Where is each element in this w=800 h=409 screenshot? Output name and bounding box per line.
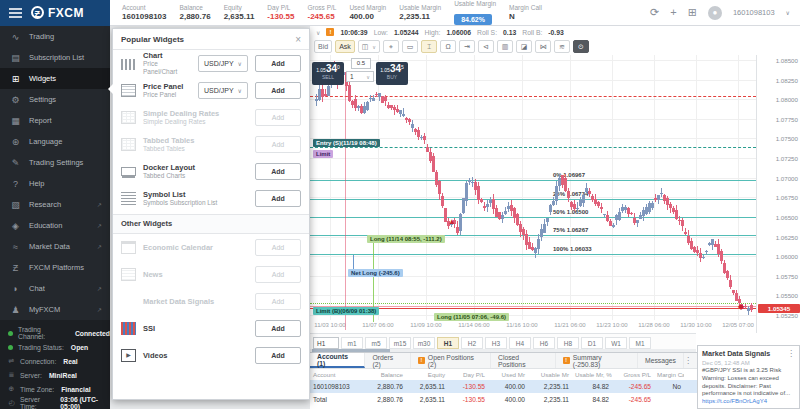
status-icon: ≣ <box>8 371 15 379</box>
sidebar-item-subscription-list[interactable]: ▤Subscription List <box>0 47 110 68</box>
zoom-select-icon[interactable]: ⌖ <box>383 40 399 53</box>
snapshot-icon[interactable]: ⊙ <box>573 40 589 53</box>
widget-row-news: NewsAdd <box>113 261 309 288</box>
timeframe-m15[interactable]: m15 <box>389 337 411 349</box>
list-widget-icon <box>121 192 136 205</box>
sell-button[interactable]: 1.05340 SELL <box>312 62 344 85</box>
layout-icon[interactable]: ⊞ <box>688 7 697 18</box>
tab-closed-positions[interactable]: Closed Positions <box>491 353 556 368</box>
sidebar-item-trading-settings[interactable]: ✎Trading Settings <box>0 152 110 173</box>
sidebar-item-help[interactable]: ?Help <box>0 173 110 194</box>
add-price-panel-button[interactable]: Add <box>255 82 301 99</box>
layers-icon[interactable]: ≋ <box>554 40 570 53</box>
amount-dropdown[interactable]: 1 ∨ <box>346 71 374 82</box>
cell: -245.65 <box>612 383 654 390</box>
price-axis[interactable]: 1.085001.082501.080001.077501.075001.072… <box>756 55 800 333</box>
volume-icon[interactable]: ▥ <box>497 40 513 53</box>
timeframe-h6[interactable]: H6 <box>533 337 555 349</box>
sidebar-item-myfxcm[interactable]: ♟MyFXCM↗ <box>0 299 110 320</box>
widget-text: Docker LayoutTabbed Charts <box>143 163 248 180</box>
price-axis-label: 1.06250 <box>776 234 798 241</box>
sidebar-item-widgets[interactable]: ⊞Widgets <box>0 68 110 89</box>
widget-row-simple-dealing-rates: Simple Dealing RatesSimple Dealing Rates… <box>113 104 309 131</box>
tab-open-positions-2[interactable]: !Open Positions (2) <box>411 353 491 368</box>
candlestick-chart[interactable]: 1.05340 SELL 0.5 1 ∨ 1.05345 BUY 11/03 1… <box>310 55 756 333</box>
symbol-dropdown-icon[interactable]: ∨ <box>316 29 320 36</box>
timeframe-h3[interactable]: H3 <box>485 337 507 349</box>
tab-accounts-1[interactable]: Accounts (1) <box>310 353 365 368</box>
close-icon[interactable]: × <box>295 34 301 45</box>
menu-icon[interactable] <box>9 12 22 14</box>
pointer-mode-icon[interactable]: ▭ <box>402 40 418 53</box>
cell: -245.65 <box>612 396 654 403</box>
candle-body <box>411 124 414 127</box>
timeframe-m5[interactable]: m5 <box>365 337 387 349</box>
sidebar-item-report[interactable]: ▦Report <box>0 110 110 131</box>
sidebar-item-trading[interactable]: ∿Trading <box>0 26 110 47</box>
account-menu-caret-icon[interactable]: ∨ <box>786 9 790 16</box>
alerts-icon[interactable]: ⊲ <box>478 40 494 53</box>
sidebar-item-market-data[interactable]: ≈Market Data↗ <box>0 236 110 257</box>
stat-value: -130.55 <box>267 12 294 21</box>
tab-summary-250-83[interactable]: !Summary (-250.83) <box>556 353 638 368</box>
timeframe-h2[interactable]: H2 <box>461 337 483 349</box>
bid-toggle[interactable]: Bid <box>314 40 332 53</box>
add-docker-layout-button[interactable]: Add <box>255 163 301 180</box>
sidebar-item-label: Language <box>29 137 62 146</box>
symbol-select[interactable]: USD/JPY∨ <box>198 55 248 72</box>
sidebar-item-language[interactable]: ⊛Language <box>0 131 110 152</box>
timeframe-w1[interactable]: W1 <box>605 337 627 349</box>
sidebar-item-education[interactable]: ◈Education↗ <box>0 215 110 236</box>
add-chart-button[interactable]: Add <box>255 55 301 72</box>
refresh-icon[interactable]: ⟳ <box>650 7 659 18</box>
account-menu[interactable]: 1601098103 <box>733 8 775 17</box>
widget-text: Price PanelPrice Panel <box>143 82 191 99</box>
buy-button[interactable]: 1.05345 BUY <box>376 62 408 85</box>
table-row[interactable]: 16010981032,880.762,635.11-130.55400.002… <box>310 380 697 393</box>
sidebar-item-fxcm-platforms[interactable]: ƵFXCM Platforms <box>0 257 110 278</box>
timeframe-d1[interactable]: D1 <box>581 337 603 349</box>
signals-link[interactable]: https://t.co/FBnOrLAgY4 <box>702 398 795 404</box>
table-row[interactable]: Total2,880.762,635.11-130.55400.002,235.… <box>310 393 697 406</box>
symbol-alert-icon[interactable]: ! <box>326 28 334 36</box>
timeframe-combo[interactable]: H1 <box>313 337 339 349</box>
timeframe-m1[interactable]: m1 <box>341 337 363 349</box>
sidebar-item-chat[interactable]: ◗Chat↗ <box>0 278 110 299</box>
candle-body <box>432 156 435 172</box>
grid-line-h <box>310 295 756 296</box>
limit-label: Limit <box>313 150 333 158</box>
add-symbol-list-button[interactable]: Add <box>255 190 301 207</box>
chart-type-icon[interactable]: ◫ ∨ <box>358 40 380 53</box>
tab-strip-menu-icon[interactable]: ⋮ <box>684 356 697 365</box>
tab-orders-2[interactable]: Orders (2) <box>365 353 410 368</box>
signals-menu-icon[interactable]: ⋮ <box>787 349 795 358</box>
tab-messages[interactable]: Messages <box>638 353 684 368</box>
timeframe-h1[interactable]: H1 <box>437 337 459 349</box>
crosshair-mode-icon[interactable]: ⌶ <box>421 40 437 53</box>
timeframe-h4[interactable]: H4 <box>509 337 531 349</box>
widgets-icon: ⊞ <box>10 74 21 84</box>
avatar[interactable]: ● <box>708 6 722 20</box>
symbol-select[interactable]: USD/JPY∨ <box>198 82 248 99</box>
add-icon[interactable]: + <box>670 7 676 18</box>
timeframe-m30[interactable]: m30 <box>413 337 435 349</box>
ask-toggle[interactable]: Ask <box>335 40 355 53</box>
indicators-icon[interactable]: ◪ <box>516 40 532 53</box>
market-data-signals-card: Market Data Signals ⋮ Dec 05, 12:48 AM #… <box>697 345 800 409</box>
external-link-icon: ↗ <box>97 285 102 292</box>
patterns-icon[interactable]: ⋈ <box>535 40 551 53</box>
widget-row-tabbed-tables: Tabbed TablesTabbed TablesAdd <box>113 131 309 158</box>
sidebar-item-research[interactable]: ▧Research↗ <box>0 194 110 215</box>
widget-text: Videos <box>143 351 248 360</box>
stat-value: 400.00 <box>349 12 386 21</box>
timeframe-h8[interactable]: H8 <box>557 337 579 349</box>
sidebar-item-settings[interactable]: ⚙Settings <box>0 89 110 110</box>
lock-icon[interactable]: Ω <box>440 40 456 53</box>
timeframe-m1[interactable]: M1 <box>629 337 651 349</box>
candle-body <box>348 85 351 100</box>
widget-subtitle: Price Panel/Chart <box>143 60 191 76</box>
jump-to-end-icon[interactable]: ⇥ <box>459 40 475 53</box>
add-videos-button[interactable]: Add <box>255 347 301 364</box>
status-icon: ⇌ <box>8 357 15 365</box>
add-ssi-button[interactable]: Add <box>255 320 301 337</box>
